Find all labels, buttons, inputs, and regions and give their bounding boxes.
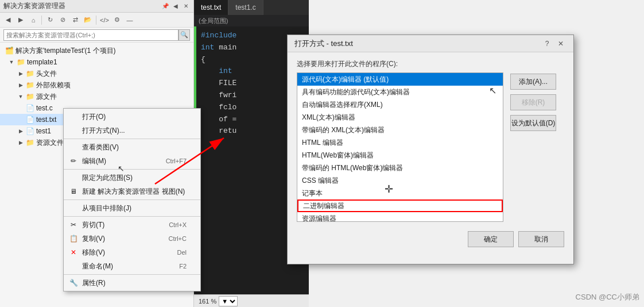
dialog-body: 选择要用来打开此文件的程序(C): 源代码(文本)编辑器 (默认值) 具有编码功…: [288, 52, 573, 254]
program-item-11[interactable]: 资源编辑器: [297, 212, 503, 222]
pin-icon[interactable]: 📌: [161, 2, 169, 10]
pin-auto-hide-icon[interactable]: ◀: [172, 2, 180, 10]
program-item-3[interactable]: XML(文本)编辑器: [297, 111, 503, 124]
folder-source-icon: 📁: [25, 92, 34, 101]
tab-testtxt[interactable]: test.txt: [194, 0, 228, 15]
file-txt-icon: 📄: [25, 115, 34, 124]
program-item-7[interactable]: 带编码的 HTML(Web窗体)编辑器: [297, 162, 503, 174]
delete-icon: ✕: [68, 247, 79, 258]
program-list[interactable]: 源代码(文本)编辑器 (默认值) 具有编码功能的源代码(文本)编辑器 自动编辑器…: [297, 72, 503, 222]
cut-icon: ✂: [68, 220, 79, 230]
dialog-titlebar-btns: ? ✕: [541, 39, 567, 49]
search-input[interactable]: [3, 29, 179, 41]
menu-open-label: 打开(O): [82, 112, 106, 122]
code-icon[interactable]: </>: [99, 14, 110, 26]
expand-template1[interactable]: ▼: [7, 59, 16, 65]
menu-item-exclude[interactable]: 从项目中排除(J): [64, 201, 200, 215]
source-label: 源文件: [36, 92, 57, 102]
forward-icon[interactable]: ▶: [15, 14, 26, 26]
menu-item-scope[interactable]: 限定为此范围(S): [64, 171, 200, 185]
solution-toolbar: ◀ ▶ ⌂ ↻ ⊘ ⇄ 📂 </> ⚙ —: [0, 13, 193, 28]
tree-item-solution[interactable]: 🗂️ 解决方案'templateTest'(1 个项目): [0, 45, 193, 56]
ok-btn[interactable]: 确定: [468, 231, 514, 247]
search-button[interactable]: 🔍: [179, 29, 190, 41]
program-item-0[interactable]: 源代码(文本)编辑器 (默认值): [297, 73, 503, 86]
home-icon[interactable]: ⌂: [28, 14, 39, 26]
menu-item-copy[interactable]: 📋 复制(V) Ctrl+C: [64, 232, 200, 245]
resources-label: 资源文件: [36, 138, 64, 148]
menu-scope-label: 限定为此范围(S): [82, 173, 133, 183]
copy-icon: 📋: [68, 233, 79, 244]
dialog-footer: 确定 取消: [297, 231, 564, 247]
program-item-10[interactable]: 二进制编辑器: [297, 199, 503, 212]
menu-sep-3: [64, 199, 200, 200]
expand-source[interactable]: ▼: [16, 94, 25, 99]
program-item-1[interactable]: 具有编码功能的源代码(文本)编辑器: [297, 86, 503, 98]
dialog-right-buttons: 添加(A)... 移除(R) 设为默认值(D): [510, 72, 556, 222]
menu-rename-label: 重命名(M): [82, 262, 113, 271]
tree-item-external[interactable]: ▶ 📁 外部依赖项: [0, 79, 193, 91]
menu-sep-1: [64, 139, 200, 139]
tab-test1c-label: test1.c: [235, 3, 255, 11]
zoom-level-label: 161 %: [199, 298, 216, 305]
ide-background: 解决方案资源管理器 📌 ◀ ✕ ◀ ▶ ⌂ ↻ ⊘ ⇄ 📂 </> ⚙ — 🔍: [0, 0, 644, 307]
program-item-5[interactable]: HTML 编辑器: [297, 136, 503, 149]
expand-headers[interactable]: ▶: [16, 71, 25, 76]
refresh-icon[interactable]: ↻: [44, 14, 56, 26]
add-program-btn[interactable]: 添加(A)...: [510, 74, 556, 90]
program-item-6[interactable]: HTML(Web窗体)编辑器: [297, 149, 503, 162]
menu-item-edit[interactable]: ✏ 编辑(M) Ctrl+F7: [64, 154, 200, 168]
menu-item-delete[interactable]: ✕ 移除(V) Del: [64, 245, 200, 259]
menu-open-with-label: 打开方式(N)...: [82, 126, 125, 136]
settings-icon[interactable]: ⚙: [111, 14, 123, 26]
file-c-icon: 📄: [25, 103, 34, 113]
cancel-btn[interactable]: 取消: [518, 231, 564, 247]
file-test1-icon: 📄: [25, 126, 34, 136]
toolbar-sep-1: [41, 16, 42, 25]
tree-item-source[interactable]: ▼ 📁 源文件: [0, 91, 193, 102]
menu-item-properties[interactable]: 🔧 属性(R): [64, 276, 200, 290]
menu-item-new-view[interactable]: 🖥 新建 解决方案资源管理器 视图(N): [64, 185, 200, 198]
menu-item-open[interactable]: 打开(O): [64, 110, 200, 124]
solution-label: 解决方案'templateTest'(1 个项目): [15, 46, 116, 56]
open-folder-icon[interactable]: 📂: [82, 14, 94, 26]
menu-item-open-with[interactable]: 打开方式(N)...: [64, 124, 200, 137]
menu-copy-shortcut: Ctrl+C: [169, 235, 187, 242]
tab-test1c[interactable]: test1.c: [228, 0, 263, 15]
external-label: 外部依赖项: [36, 80, 71, 90]
tree-item-template1[interactable]: ▼ 📁 template1: [0, 56, 193, 68]
watermark: CSDN @CC小师弟: [576, 292, 639, 302]
open-with-dialog: 打开方式 - test.txt ? ✕ 选择要用来打开此文件的程序(C): 源代…: [287, 34, 574, 264]
stop-icon[interactable]: ⊘: [57, 14, 68, 26]
menu-cut-shortcut: Ctrl+X: [169, 221, 187, 228]
program-item-9[interactable]: 记事本: [297, 187, 503, 199]
expand-test1[interactable]: ▶: [16, 128, 25, 134]
dialog-titlebar: 打开方式 - test.txt ? ✕: [288, 35, 573, 52]
menu-item-view-diagram[interactable]: 查看类图(V): [64, 140, 200, 154]
zoom-select[interactable]: ▼: [219, 296, 238, 306]
testc-label: test.c: [36, 104, 53, 112]
program-item-2[interactable]: 自动编辑器选择程序(XML): [297, 98, 503, 111]
expand-external[interactable]: ▶: [16, 82, 25, 88]
expand-resources[interactable]: ▶: [16, 140, 25, 145]
close-panel-icon[interactable]: ✕: [182, 2, 190, 10]
dialog-help-btn[interactable]: ?: [541, 39, 553, 49]
menu-new-view-label: 新建 解决方案资源管理器 视图(N): [82, 187, 185, 197]
menu-edit-shortcut: Ctrl+F7: [166, 158, 187, 164]
back-icon[interactable]: ◀: [2, 14, 14, 26]
test1-label: test1: [36, 127, 51, 135]
set-default-btn[interactable]: 设为默认值(D): [510, 115, 556, 131]
tree-item-headers[interactable]: ▶ 📁 头文件: [0, 68, 193, 79]
program-item-8[interactable]: CSS 编辑器: [297, 174, 503, 187]
program-item-4[interactable]: 带编码的 XML(文本)编辑器: [297, 124, 503, 136]
menu-item-cut[interactable]: ✂ 剪切(T) Ctrl+X: [64, 218, 200, 232]
dash-icon[interactable]: —: [124, 14, 135, 26]
panel-title: 解决方案资源管理器: [3, 1, 65, 11]
sync-icon[interactable]: ⇄: [69, 14, 81, 26]
editor-tabs: test.txt test1.c: [194, 0, 309, 15]
menu-view-diagram-label: 查看类图(V): [82, 143, 119, 152]
dialog-close-btn[interactable]: ✕: [555, 39, 567, 49]
menu-sep-5: [64, 274, 200, 275]
remove-program-btn[interactable]: 移除(R): [510, 94, 556, 110]
menu-item-rename[interactable]: 重命名(M) F2: [64, 259, 200, 273]
